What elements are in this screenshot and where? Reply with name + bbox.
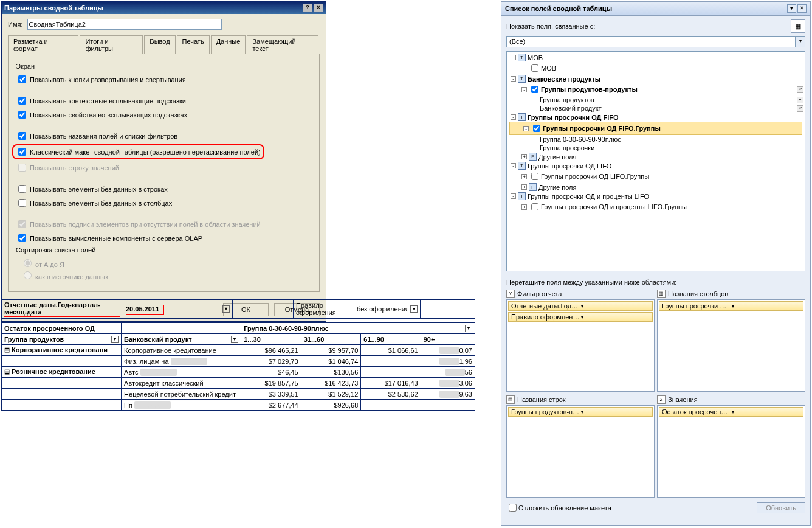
- cell[interactable]: $130,56: [301, 367, 361, 378]
- chk-field-captions[interactable]: [18, 132, 26, 140]
- cell[interactable]: xxx9,63: [421, 389, 475, 400]
- chevron-down-icon[interactable]: ▾: [732, 304, 800, 309]
- cell[interactable]: $1 066,61: [361, 345, 421, 356]
- cell[interactable]: $9 957,70: [301, 345, 361, 356]
- row-product[interactable]: Нецелевой потребительский кредит: [122, 389, 241, 400]
- tab-layout[interactable]: Разметка и формат: [8, 35, 78, 54]
- filter-dropdown-icon[interactable]: ▾: [410, 305, 418, 313]
- field-checkbox[interactable]: [531, 86, 538, 93]
- cell[interactable]: xxx1,96: [421, 356, 475, 367]
- chevron-down-icon[interactable]: ▾: [465, 325, 472, 332]
- field-checkbox[interactable]: [531, 64, 538, 72]
- tree-item[interactable]: Группа продуктовY: [508, 96, 803, 104]
- row-field1[interactable]: Группа продуктов▾: [2, 334, 122, 345]
- row-group[interactable]: [2, 400, 122, 411]
- expander-icon[interactable]: +: [521, 174, 527, 179]
- cell[interactable]: $3 339,51: [241, 389, 301, 400]
- tab-print[interactable]: Печать: [177, 35, 210, 54]
- chevron-down-icon[interactable]: ▾: [732, 409, 800, 415]
- cell[interactable]: $16 423,73: [301, 378, 361, 389]
- row-product[interactable]: Пп xxxxxxxx: [122, 400, 241, 411]
- row-field2[interactable]: Банковский продукт▾: [122, 334, 241, 345]
- panel-close-icon[interactable]: ×: [797, 4, 807, 13]
- chevron-down-icon[interactable]: ▾: [581, 304, 650, 309]
- cell[interactable]: $1 529,12: [301, 389, 361, 400]
- row-product[interactable]: Корпоративное кредитование: [122, 345, 241, 356]
- col-header[interactable]: Группа 0-30-60-90-90плюс▾: [241, 323, 475, 334]
- field-checkbox[interactable]: [533, 125, 540, 132]
- cell[interactable]: [361, 400, 421, 411]
- tree-item[interactable]: +FДругие поля: [508, 182, 803, 192]
- expander-icon[interactable]: -: [511, 163, 516, 168]
- cell[interactable]: xxx56: [421, 367, 475, 378]
- cell[interactable]: $96 465,21: [241, 345, 301, 356]
- layout-view-button[interactable]: ▦: [791, 19, 805, 33]
- cell[interactable]: [421, 400, 475, 411]
- row-group[interactable]: [2, 356, 122, 367]
- field-pill[interactable]: Правило оформления▾: [508, 312, 653, 322]
- chk-expand-buttons[interactable]: [18, 75, 26, 83]
- tree-item[interactable]: -TБанковские продукты: [508, 74, 803, 83]
- tree-item[interactable]: -TМОВ: [508, 53, 803, 62]
- expander-icon[interactable]: -: [521, 87, 527, 92]
- expander-icon[interactable]: -: [511, 76, 516, 82]
- cell[interactable]: $2 677,44: [241, 400, 301, 411]
- area-vals-box[interactable]: Остаток просроченного ОД▾: [657, 405, 805, 498]
- filter2-value[interactable]: без оформления▾: [354, 300, 421, 319]
- filter-icon[interactable]: Y: [797, 105, 803, 112]
- field-tree[interactable]: -TМОВМОВ-TБанковские продукты-Группы про…: [506, 51, 805, 271]
- row-product[interactable]: Автокредит классический: [122, 378, 241, 389]
- row-group[interactable]: ⊟ Розничное кредитование: [2, 367, 122, 378]
- filter-dropdown-icon[interactable]: ▾: [222, 305, 230, 313]
- tree-item[interactable]: +Группы просрочки ОД и проценты LIFO.Гру…: [508, 201, 803, 213]
- cell[interactable]: xxx0,07: [421, 345, 475, 356]
- area-filter-box[interactable]: Отчетные даты.Год-квартал-месяц-дата▾Пра…: [506, 299, 655, 392]
- tree-item[interactable]: -TГруппы просрочки ОД и проценты LIFO: [508, 192, 803, 201]
- row-group[interactable]: [2, 378, 122, 389]
- field-pill[interactable]: Группы просрочки ОД FIFO.Группы▾: [659, 301, 803, 311]
- dialog-titlebar[interactable]: Параметры сводной таблицы ? ×: [2, 2, 326, 14]
- field-pill[interactable]: Остаток просроченного ОД▾: [659, 407, 803, 417]
- name-input[interactable]: [27, 19, 222, 30]
- cell[interactable]: $926,68: [301, 400, 361, 411]
- cell[interactable]: $7 029,70: [241, 356, 301, 367]
- tab-data[interactable]: Данные: [211, 35, 246, 54]
- chk-olap-calc[interactable]: [18, 234, 26, 242]
- tree-item[interactable]: -Группы продуктов-продуктыY: [508, 83, 803, 96]
- field-checkbox[interactable]: [531, 173, 538, 180]
- chk-empty-rows[interactable]: [18, 185, 26, 193]
- cell[interactable]: $17 016,43: [361, 378, 421, 389]
- filter1-value[interactable]: 20.05.2011: [126, 305, 164, 315]
- area-cols-box[interactable]: Группы просрочки ОД FIFO.Группы▾: [657, 299, 805, 392]
- cell[interactable]: [361, 356, 421, 367]
- cell[interactable]: $46,45: [241, 367, 301, 378]
- area-rows-box[interactable]: Группы продуктов-продукты▾: [506, 405, 655, 498]
- panel-header[interactable]: Список полей сводной таблицы ▾ ×: [501, 2, 810, 16]
- tree-item[interactable]: Группа просрочки: [508, 144, 803, 152]
- chk-empty-cols[interactable]: [18, 199, 26, 207]
- row-product[interactable]: Автс xxxxxxxx: [122, 367, 241, 378]
- tree-item[interactable]: МОВ: [508, 62, 803, 74]
- field-checkbox[interactable]: [531, 203, 538, 210]
- update-button[interactable]: Обновить: [757, 502, 805, 513]
- chevron-down-icon[interactable]: ▾: [581, 314, 650, 320]
- chevron-down-icon[interactable]: ▾: [795, 37, 805, 47]
- tree-item[interactable]: -TГруппы просрочки ОД LIFO: [508, 161, 803, 170]
- expander-icon[interactable]: -: [511, 114, 516, 120]
- row-group[interactable]: [2, 389, 122, 400]
- expander-icon[interactable]: -: [523, 126, 529, 131]
- panel-menu-icon[interactable]: ▾: [787, 4, 796, 13]
- expander-icon[interactable]: +: [521, 204, 527, 210]
- expander-icon[interactable]: +: [521, 184, 527, 190]
- tab-alttext[interactable]: Замещающий текст: [247, 35, 318, 54]
- tree-item[interactable]: +FДругие поля: [508, 152, 803, 161]
- chevron-down-icon[interactable]: ▾: [231, 336, 238, 343]
- tree-item[interactable]: -Группы просрочки ОД FIFO.Группы: [509, 122, 802, 135]
- field-pill[interactable]: Группы продуктов-продукты▾: [508, 407, 653, 417]
- cell[interactable]: $19 857,75: [241, 378, 301, 389]
- defer-update-checkbox[interactable]: [509, 504, 517, 512]
- chk-classic-layout[interactable]: [18, 148, 26, 156]
- tree-item[interactable]: +Группы просрочки ОД LIFO.Группы: [508, 170, 803, 182]
- close-button[interactable]: ×: [314, 4, 323, 12]
- expander-icon[interactable]: -: [511, 193, 516, 199]
